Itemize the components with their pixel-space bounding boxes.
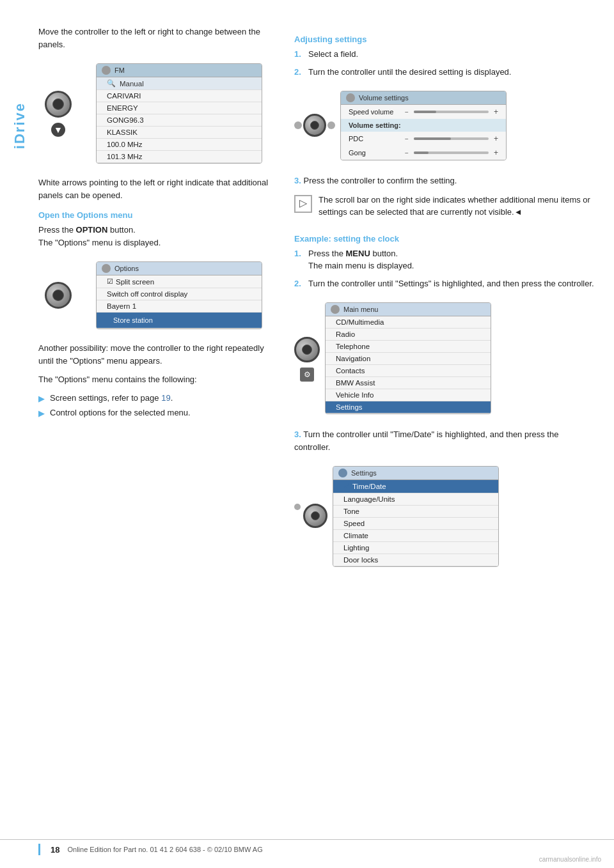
menu-vehicle-info: Vehicle Info <box>326 389 491 401</box>
speed-volume-fill <box>414 111 436 113</box>
another-possibility-text: Another possibility: move the controller… <box>38 342 275 367</box>
settings-left-arrow <box>294 504 301 510</box>
settings-time-date: ✓ Time/Date <box>333 480 498 493</box>
options-switch-off: Switch off control display <box>97 288 262 300</box>
page-footer: 18 Online Edition for Part no. 01 41 2 6… <box>0 839 614 855</box>
fm-item-100mhz: 100.0 MHz <box>97 139 262 151</box>
menu-button-label: MENU <box>346 249 370 258</box>
right-arrow-btn <box>327 121 335 129</box>
main-menu-icon <box>331 305 340 314</box>
example-heading: Example: setting the clock <box>294 234 595 244</box>
bullet-item-control-options: ▶ Control options for the selected menu. <box>38 407 275 419</box>
settings-climate: Climate <box>333 530 498 542</box>
controller-left-2 <box>45 282 72 309</box>
volume-screen: Volume settings Speed volume − + V <box>340 84 595 168</box>
controller-main-menu: ⚙ <box>294 337 320 382</box>
menu-settings: Settings <box>326 401 491 414</box>
fm-search-item: 🔍 Manual <box>97 77 262 90</box>
step1-num: 1. <box>294 48 304 61</box>
step2-num: 2. <box>294 66 304 79</box>
step3-content: Press the controller to confirm the sett… <box>303 176 457 185</box>
checkmark-icon: ✓ <box>343 482 350 491</box>
option-button-label: OPTION <box>76 225 108 235</box>
footer-accent-line <box>38 844 40 855</box>
adjusting-settings-heading: Adjusting settings <box>294 35 595 44</box>
speed-volume-row: Speed volume − + <box>341 105 506 119</box>
fm-item-101mhz: 101.3 MHz <box>97 151 262 163</box>
adjusting-step-2: 2. Turn the controller until the desired… <box>294 66 595 79</box>
settings-door-locks: Door locks <box>333 554 498 566</box>
example-step-1: 1. Press the MENU button.The main menu i… <box>294 247 595 272</box>
scroll-indicator-text: The scroll bar on the right side indicat… <box>319 194 595 219</box>
example-steps-list: 1. Press the MENU button.The main menu i… <box>294 247 595 290</box>
pdc-plus: + <box>494 134 498 143</box>
page-link-19[interactable]: 19 <box>161 393 170 403</box>
fm-item-energy: ENERGY <box>97 102 262 114</box>
settings-tone: Tone <box>333 506 498 518</box>
step3-num: 3. <box>294 176 301 185</box>
settings-time-date-label: Time/Date <box>352 483 386 490</box>
controller-settings <box>294 504 327 531</box>
example-step1-num: 1. <box>294 247 304 272</box>
settings-lighting: Lighting <box>333 542 498 554</box>
white-arrows-paragraph: White arrows pointing to the left or rig… <box>38 176 275 201</box>
adjusting-step-1: 1. Select a field. <box>294 48 595 61</box>
gong-label: Gong <box>349 149 400 157</box>
volume-setting-label: Volume setting: <box>341 119 506 132</box>
options-bayern1: Bayern 1 <box>97 300 262 313</box>
scroll-indicator-icon: ▷ <box>294 195 312 213</box>
settings-screen: Settings ✓ Time/Date Language/Units Tone… <box>333 460 595 575</box>
gear-symbol: ⚙ <box>304 370 311 379</box>
option-button-text2: button. <box>107 225 135 235</box>
fm-item-gong: GONG96.3 <box>97 114 262 127</box>
menu-radio: Radio <box>326 329 491 341</box>
options-bullet-list: ▶ Screen settings, refer to page 19. ▶ C… <box>38 392 275 419</box>
volume-title-bar: Volume settings <box>341 91 506 105</box>
fm-item-klassik: KLASSIK <box>97 127 262 139</box>
pdc-track <box>414 137 489 140</box>
pdc-fill <box>414 137 452 140</box>
example-step-2: 2. Turn the controller until "Settings" … <box>294 277 595 290</box>
settings-title-bar: Settings <box>333 467 498 480</box>
idrive-sidebar-label: iDrive <box>12 102 28 149</box>
volume-knob <box>303 114 326 137</box>
example-step1-text: Press the MENU button.The main menu is d… <box>308 247 414 272</box>
open-options-text: Press the OPTION button. The "Options" m… <box>38 224 275 249</box>
minus-sign: − <box>405 109 409 116</box>
settings-speed: Speed <box>333 518 498 530</box>
bullet-arrow-2: ▶ <box>38 408 45 419</box>
left-arrow-btn <box>294 121 302 129</box>
fm-item-carivari: CARIVARI <box>97 90 262 102</box>
speed-volume-label: Speed volume <box>349 108 400 116</box>
step3-text: 3. Press the controller to confirm the s… <box>294 174 595 187</box>
scroll-indicator-box: ▷ The scroll bar on the right side indic… <box>294 194 595 225</box>
options-store-station: Store station <box>97 313 262 329</box>
options-split-screen: ☑ Split screen <box>97 275 262 288</box>
down-arrow-icon: ▼ <box>51 123 65 137</box>
fm-manual-label: Manual <box>120 80 144 88</box>
menu-telephone: Telephone <box>326 341 491 353</box>
step3b-num: 3. <box>294 430 301 439</box>
intro-paragraph: Move the controller to the left or right… <box>38 26 275 50</box>
plus-sign: + <box>494 107 498 116</box>
settings-knob <box>303 504 327 528</box>
adjusting-steps-list: 1. Select a field. 2. Turn the controlle… <box>294 48 595 78</box>
options-contains-text: The "Options" menu contains the followin… <box>38 373 275 386</box>
gong-track <box>414 151 489 154</box>
pdc-label: PDC <box>349 135 400 143</box>
main-menu-knob <box>294 337 320 362</box>
split-screen-icon: ☑ <box>107 277 113 286</box>
page-number: 18 <box>51 845 59 855</box>
main-menu-title: Main menu <box>343 306 378 313</box>
bullet-arrow-1: ▶ <box>38 393 45 405</box>
options-title-bar: Options <box>97 262 262 275</box>
main-menu-screen: Main menu CD/Multimedia Radio Telephone … <box>325 296 595 422</box>
pdc-row: PDC − + <box>341 132 506 146</box>
options-menu-displayed-text: The "Options" menu is displayed. <box>38 238 161 247</box>
step3b-content: Turn the controller until "Time/Date" is… <box>294 430 558 452</box>
settings-language-units: Language/Units <box>333 493 498 506</box>
open-options-heading: Open the Options menu <box>38 210 275 220</box>
controller-knob <box>45 91 72 118</box>
fm-icon <box>102 66 111 75</box>
main-menu-title-bar: Main menu <box>326 303 491 316</box>
